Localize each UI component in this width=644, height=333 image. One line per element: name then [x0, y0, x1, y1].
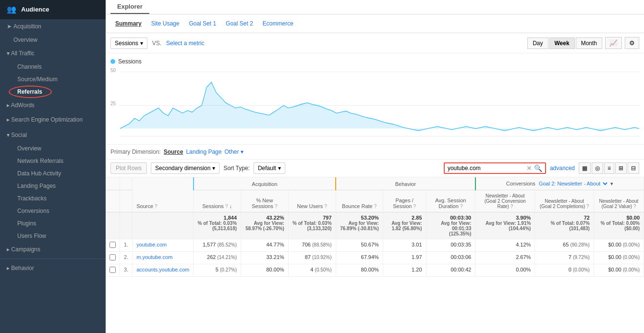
- search-submit-icon[interactable]: 🔍: [534, 164, 542, 172]
- chart-area: Sessions 50 25 April 2014 July 2014 Octo…: [106, 53, 644, 145]
- row2-completions: 7 (9.72%): [535, 252, 594, 264]
- table-view-buttons: ▦ ◎ ≡ ⊞ ⊟: [579, 162, 639, 174]
- search-input[interactable]: [448, 165, 524, 172]
- plot-rows-button[interactable]: Plot Rows: [110, 162, 147, 174]
- sessions-sort-icon: ↓: [230, 203, 232, 209]
- data-table: Source ? Acquisition Behavior Conversion…: [106, 177, 644, 277]
- dot-chart-button[interactable]: ⚙: [625, 37, 639, 49]
- sidebar-item-network-referrals[interactable]: Network Referrals: [0, 155, 106, 167]
- row2-checkbox[interactable]: [109, 254, 116, 260]
- total-conv-rate-val: 3.90%: [479, 215, 531, 221]
- search-box: ✕ 🔍: [444, 162, 546, 174]
- total-bounce-val: 53.20%: [340, 215, 379, 221]
- tab-goal-set-2[interactable]: Goal Set 2: [221, 18, 258, 29]
- row1-source[interactable]: youtube.com: [133, 239, 194, 252]
- tab-summary[interactable]: Summary: [110, 18, 146, 29]
- audience-icon: 👥: [7, 5, 16, 14]
- totals-new-users: 797 % of Total: 0.03% (3,133,320): [288, 212, 336, 239]
- th-checkbox: [106, 177, 120, 190]
- select-metric-link[interactable]: Select a metric: [166, 40, 204, 47]
- sort-type-dropdown[interactable]: Default ▾: [254, 162, 285, 174]
- th-value: Newsletter - About (Goal 2 Value) ?: [594, 190, 644, 212]
- data-view-btn[interactable]: ▦: [579, 162, 591, 174]
- main-content: Explorer Summary Site Usage Goal Set 1 G…: [106, 0, 644, 333]
- row3-avg-session: 00:00:42: [426, 264, 475, 277]
- sidebar-campaigns[interactable]: ▸ Campaigns: [0, 242, 106, 257]
- row3-value: $0.00 (0.00%): [594, 264, 644, 277]
- sidebar-item-channels[interactable]: Channels: [0, 61, 106, 73]
- value-help-icon: ?: [633, 204, 636, 209]
- dim-other[interactable]: Other ▾: [224, 148, 243, 155]
- advanced-link[interactable]: advanced: [550, 165, 575, 172]
- sidebar-item-source-medium[interactable]: Source/Medium: [0, 73, 106, 86]
- sidebar-item-plugins[interactable]: Plugins: [0, 217, 106, 230]
- sidebar-item-data-hub[interactable]: Data Hub Activity: [0, 167, 106, 180]
- compare-view-btn[interactable]: ⊞: [615, 162, 627, 174]
- row2-sessions: 262 (14.21%): [194, 252, 241, 264]
- sidebar-behavior[interactable]: ▸ Behavior: [0, 261, 106, 275]
- totals-label: [133, 212, 194, 239]
- th-behavior-group: Behavior: [336, 177, 475, 190]
- pct-new-help-icon: ?: [275, 204, 278, 209]
- chart-series-label: Sessions: [110, 58, 639, 65]
- th-cb-sub: [106, 190, 120, 212]
- row2-source[interactable]: m.youtube.com: [133, 252, 194, 264]
- sidebar-social[interactable]: ▾ Social: [0, 128, 106, 142]
- conv-rate-help-icon: ?: [510, 204, 513, 209]
- total-avg-session-val: 00:03:30: [430, 215, 472, 221]
- dim-source[interactable]: Source: [164, 148, 183, 155]
- row3-checkbox-cell: [106, 264, 120, 277]
- sidebar-item-landing-pages[interactable]: Landing Pages: [0, 180, 106, 192]
- sidebar-acquisition[interactable]: ➤ Acquisition: [0, 19, 106, 34]
- th-num-sub: [120, 190, 133, 212]
- week-view-button[interactable]: Week: [549, 37, 575, 49]
- avg-session-help-icon: ?: [460, 204, 463, 209]
- total-new-users-val: 797: [292, 215, 332, 221]
- th-source: Source ?: [133, 177, 194, 212]
- day-view-button[interactable]: Day: [527, 37, 548, 49]
- totals-completions: 72 % of Total: 0.07% (101,483): [535, 212, 594, 239]
- metric-dropdown[interactable]: Sessions ▾: [110, 37, 147, 49]
- dropdown-arrow-icon: ▾: [140, 40, 143, 47]
- row3-source[interactable]: accounts.youtube.com: [133, 264, 194, 277]
- goal-dropdown[interactable]: Goal 2: Newsletter - About: [537, 180, 609, 187]
- bar-view-btn[interactable]: ≡: [604, 162, 614, 174]
- month-view-button[interactable]: Month: [576, 37, 602, 49]
- th-avg-session: Avg. Session Duration ?: [426, 190, 475, 212]
- sidebar-item-trackbacks[interactable]: Trackbacks: [0, 192, 106, 205]
- search-clear-icon[interactable]: ✕: [526, 164, 532, 172]
- tab-site-usage[interactable]: Site Usage: [146, 18, 184, 29]
- table-row: 3. accounts.youtube.com 5 (0.27%) 80.00%…: [106, 264, 644, 277]
- tab-ecommerce[interactable]: Ecommerce: [258, 18, 298, 29]
- arrow-icon: ➤: [7, 23, 12, 30]
- sidebar-item-conversions[interactable]: Conversions: [0, 205, 106, 217]
- sidebar-item-overview-social[interactable]: Overview: [0, 142, 106, 155]
- sidebar-seo[interactable]: ▸ Search Engine Optimization: [0, 112, 106, 128]
- row3-checkbox[interactable]: [109, 267, 116, 273]
- secondary-dimension-dropdown[interactable]: Secondary dimension ▾: [151, 162, 219, 174]
- chart-controls: Sessions ▾ VS. Select a metric Day Week …: [106, 33, 644, 53]
- dim-landing-page[interactable]: Landing Page: [186, 148, 221, 155]
- th-pages-session: Pages / Session ?: [383, 190, 426, 212]
- sidebar-all-traffic[interactable]: ▾ All Traffic: [0, 46, 106, 61]
- sidebar-adwords[interactable]: ▸ AdWords: [0, 98, 106, 112]
- total-pages-val: 2.85: [387, 215, 422, 221]
- sidebar-item-users-flow[interactable]: Users Flow: [0, 230, 106, 242]
- pivot-view-btn[interactable]: ⊟: [628, 162, 639, 174]
- row2-checkbox-cell: [106, 252, 120, 264]
- row2-pages: 1.97: [383, 252, 426, 264]
- tab-goal-set-1[interactable]: Goal Set 1: [184, 18, 221, 29]
- row1-pages: 3.01: [383, 239, 426, 252]
- th-bounce-rate: Bounce Rate ?: [336, 190, 383, 212]
- sec-dim-arrow-icon: ▾: [212, 165, 215, 172]
- total-completions-val: 72: [539, 215, 590, 221]
- row2-num: 2.: [120, 252, 133, 264]
- row1-checkbox[interactable]: [109, 242, 116, 248]
- sessions-help-icon: ?: [225, 204, 228, 209]
- line-chart-button[interactable]: 📈: [605, 37, 622, 49]
- sidebar-item-overview-acq[interactable]: Overview: [0, 34, 106, 46]
- source-help-icon: ?: [155, 204, 158, 209]
- th-sessions: Sessions ? ↓: [194, 190, 241, 212]
- pie-view-btn[interactable]: ◎: [592, 162, 603, 174]
- sidebar-item-referrals[interactable]: Referrals: [0, 86, 106, 98]
